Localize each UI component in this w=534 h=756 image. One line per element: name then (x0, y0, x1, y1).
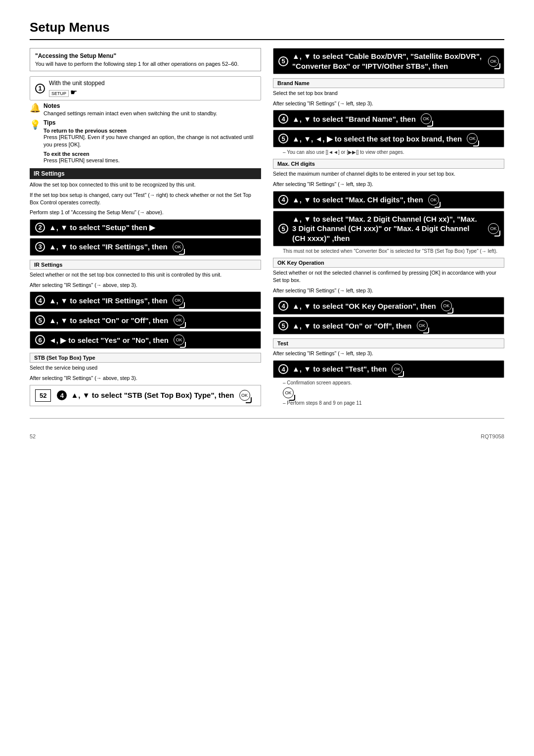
step5c-ok-icon: OK (488, 223, 499, 234)
step1-box: 1 With the unit stopped SETUP ☛ (30, 76, 261, 100)
step6-num: 6 (35, 335, 45, 345)
ir-settings-sub-desc1: Select whether or not the set top box co… (30, 271, 261, 279)
step3-text: ▲, ▼ to select "IR Settings", then (49, 242, 168, 252)
step4e-box: 4 ▲, ▼ to select "Test", then OK (273, 360, 504, 378)
step5b-text: ▲, ▼, ◄, ▶ to select the set top box bra… (292, 134, 462, 144)
step4a-box: 4 ▲, ▼ to select "IR Settings", then OK (30, 291, 261, 309)
footer-divider (30, 418, 504, 419)
step4e-note1: – Confirmation screen appears. (283, 380, 504, 385)
step5c-text: ▲, ▼ to select "Max. 2 Digit Channel (CH… (292, 214, 483, 243)
tips-icon: 💡 (30, 119, 41, 130)
ok-key-desc1: Select whether or not the selected chann… (273, 269, 504, 284)
step4e-ok-icon: OK (392, 364, 402, 375)
ir-settings-sub-desc2: After selecting "IR Settings" (→ above, … (30, 282, 261, 289)
step4-stb-num: 4 (57, 390, 67, 400)
step4c-ok-icon: OK (428, 194, 439, 205)
step6-ok-icon: OK (174, 334, 184, 345)
footer-code: RQT9058 (481, 433, 504, 439)
test-desc: After selecting "IR Settings" (→ left, s… (273, 350, 504, 357)
step5-right-text: ▲, ▼ to select "Cable Box/DVR", "Satelli… (292, 51, 483, 71)
step5b-num: 5 (278, 134, 288, 143)
step5d-num: 5 (278, 321, 288, 331)
step5b-box: 5 ▲, ▼, ◄, ▶ to select the set top box b… (273, 130, 504, 147)
step4e-num: 4 (278, 364, 288, 374)
ir-settings-desc1: Allow the set top box connected to this … (30, 181, 261, 189)
step4d-num: 4 (278, 301, 288, 311)
step4d-ok-icon: OK (441, 300, 452, 311)
notes-text: Changed settings remain intact even when… (44, 110, 217, 116)
ok-key-desc2: After selecting "IR Settings" (→ left, s… (273, 287, 504, 294)
step1-content: With the unit stopped SETUP ☛ (49, 80, 105, 97)
tips-exit-desc: Press [RETURN] several times. (44, 157, 261, 164)
footer: 52 RQT9058 (30, 433, 504, 439)
notes-label: Notes (44, 102, 60, 109)
accessing-desc: You will have to perform the following s… (35, 61, 256, 67)
max-ch-desc2: After selecting "IR Settings" (→ left, s… (273, 181, 504, 188)
accessing-title: "Accessing the Setup Menu" (35, 52, 256, 59)
notes-icon: 🔔 (30, 102, 41, 113)
hand-icon: ☛ (70, 88, 77, 96)
tips-exit-title: To exit the screen (44, 151, 261, 157)
tips-prev-title: To return to the previous screen (44, 128, 261, 134)
step5d-ok-icon: OK (417, 320, 428, 331)
page-num: 52 (35, 389, 51, 402)
page-title: Setup Menus (30, 20, 504, 40)
step4b-box: 4 ▲, ▼ to select "Brand Name", then OK (273, 110, 504, 128)
stb-type-desc1: Select the service being used (30, 364, 261, 372)
step5c-note: This must not be selected when "Converte… (283, 248, 504, 254)
step4d-text: ▲, ▼ to select "OK Key Operation", then (292, 301, 436, 311)
notes-section: 🔔 Notes Changed settings remain intact e… (30, 102, 261, 116)
ir-settings-desc3: Perform step 1 of "Accessing the Setup M… (30, 209, 261, 216)
step4c-num: 4 (278, 195, 288, 205)
step4c-text: ▲, ▼ to select "Max. CH digits", then (292, 195, 423, 205)
step4a-text: ▲, ▼ to select "IR Settings", then (49, 296, 168, 306)
step1-num: 1 (35, 84, 45, 94)
footer-page: 52 (30, 433, 36, 439)
step5-right-ok-icon: OK (488, 56, 499, 67)
tips-prev-desc: Press [RETURN]. Even if you have changed… (44, 134, 261, 149)
tips-label: Tips (44, 119, 55, 126)
step4e-text: ▲, ▼ to select "Test", then (292, 364, 387, 374)
step4a-num: 4 (35, 295, 45, 305)
step5b-ok-icon: OK (467, 133, 478, 144)
brand-name-desc1: Select the set top box brand (273, 90, 504, 97)
step5c-box: 5 ▲, ▼ to select "Max. 2 Digit Channel (… (273, 211, 504, 247)
step3-ok-icon: OK (173, 241, 183, 252)
step2-box: 2 ▲, ▼ to select "Setup" then ▶ (30, 219, 261, 236)
step4-stb-box: 52 4 ▲, ▼ to select "STB (Set Top Box) T… (30, 385, 261, 406)
tips-section: 💡 Tips To return to the previous screen … (30, 119, 261, 164)
step1-label: With the unit stopped (49, 80, 105, 87)
step4e-ok-sub-icon: OK (283, 387, 294, 398)
step5a-ok-icon: OK (174, 315, 184, 326)
step5d-box: 5 ▲, ▼ to select "On" or "Off", then OK (273, 317, 504, 334)
step4-stb-ok-icon: OK (239, 390, 250, 401)
step5b-note: – You can also use [|◄◄] or [▶▶|] to vie… (283, 149, 504, 155)
step4-stb-text: ▲, ▼ to select "STB (Set Top Box) Type",… (71, 390, 234, 400)
step5c-num: 5 (278, 224, 288, 234)
accessing-box: "Accessing the Setup Menu" You will have… (30, 48, 261, 71)
step4b-num: 4 (278, 114, 288, 124)
step5a-box: 5 ▲, ▼ to select "On" or "Off", then OK (30, 311, 261, 329)
test-header: Test (273, 338, 504, 348)
step4e-ok-sub: OK (283, 387, 504, 398)
step5a-num: 5 (35, 315, 45, 325)
max-ch-header: Max. CH digits (273, 159, 504, 169)
stb-type-header: STB (Set Top Box) Type (30, 353, 261, 363)
ir-settings-header: IR Settings (30, 168, 261, 179)
step5-right-box: 5 ▲, ▼ to select "Cable Box/DVR", "Satel… (273, 48, 504, 74)
step4d-box: 4 ▲, ▼ to select "OK Key Operation", the… (273, 297, 504, 315)
step6-box: 6 ◄, ▶ to select "Yes" or "No", then OK (30, 331, 261, 349)
max-ch-desc1: Select the maximum number of channel dig… (273, 170, 504, 178)
step4b-text: ▲, ▼ to select "Brand Name", then (292, 114, 416, 124)
ir-settings-desc2: If the set top box setup is changed, car… (30, 191, 261, 206)
brand-name-header: Brand Name (273, 78, 504, 88)
stb-type-desc2: After selecting "IR Settings" (→ above, … (30, 375, 261, 382)
setup-label: SETUP (49, 90, 69, 97)
brand-name-desc2: After selecting "IR Settings" (→ left, s… (273, 100, 504, 107)
step3-num: 3 (35, 242, 45, 252)
step4b-ok-icon: OK (421, 113, 432, 124)
step6-text: ◄, ▶ to select "Yes" or "No", then (49, 335, 169, 345)
step4e-note2: – Perform steps 8 and 9 on page 11 (283, 400, 504, 406)
step2-text: ▲, ▼ to select "Setup" then ▶ (49, 223, 155, 233)
ok-key-header: OK Key Operation (273, 258, 504, 268)
